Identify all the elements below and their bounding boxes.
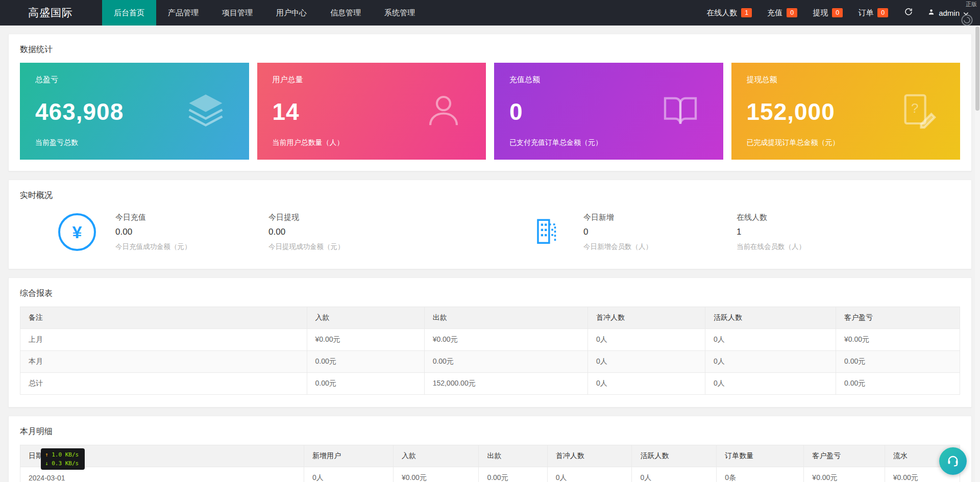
today-withdraw-item: 今日提现 0.00 今日提现成功金额（元）	[268, 213, 422, 251]
swirl-icon[interactable]	[960, 13, 974, 29]
table-cell: 本月	[20, 351, 307, 373]
watermark-text: 正版	[966, 1, 977, 8]
brand-logo: 高盛国际	[0, 0, 102, 26]
menu-item-info[interactable]: 信息管理	[318, 0, 373, 26]
report-panel: 综合报表 备注入款出款首冲人数活跃人数客户盈亏 上月¥0.00元¥0.00元0人…	[8, 277, 972, 408]
column-header: 活跃人数	[632, 445, 717, 467]
user-icon	[927, 8, 935, 17]
column-header: 首冲人数	[587, 307, 705, 329]
table-cell: 0.00元	[307, 351, 424, 373]
navbar-right: 在线人数 1 充值 0 提现 0 订单 0	[699, 0, 980, 26]
rt-value: 0.00	[115, 227, 268, 237]
stat-label: 用户总量	[273, 75, 471, 85]
month-detail-table: 日期新增用户入款出款首冲人数活跃人数订单数量客户盈亏流水 2024-03-010…	[20, 445, 960, 482]
table-row: 本月0.00元0.00元0人0人0.00元	[20, 351, 960, 373]
table-cell: 0.00元	[479, 467, 547, 482]
building-icon	[528, 213, 564, 251]
menu-item-home[interactable]: 后台首页	[102, 0, 156, 26]
support-button[interactable]	[939, 447, 967, 475]
withdraw-item[interactable]: 提现 0	[805, 0, 850, 26]
report-table: 备注入款出款首冲人数活跃人数客户盈亏 上月¥0.00元¥0.00元0人0人¥0.…	[20, 307, 960, 395]
table-cell: 0.00元	[307, 373, 424, 395]
rt-value: 0.00	[268, 227, 422, 237]
rt-label: 在线人数	[737, 213, 890, 222]
stat-label: 充值总额	[509, 75, 708, 85]
stats-panel: 数据统计 总盈亏 463,908 当前盈亏总数 用户总量 14 当前用户总数量（…	[8, 34, 972, 171]
table-cell: ¥0.00元	[393, 467, 479, 482]
rt-desc: 今日提现成功金额（元）	[268, 242, 422, 251]
refresh-button[interactable]	[896, 0, 921, 26]
table-cell: 0人	[705, 329, 836, 351]
stats-panel-title: 数据统计	[9, 34, 971, 63]
menu-item-products[interactable]: 产品管理	[156, 0, 210, 26]
network-speed-overlay: ↑ ↑ 1.0 KB/s1.0 KB/s ↓ ↓ 0.3 KB/s0.3 KB/…	[41, 448, 85, 470]
realtime-group-money: ¥ 今日充值 0.00 今日充值成功金额（元） 今日提现 0.00 今日提现成功…	[20, 213, 490, 251]
table-cell: ¥0.00元	[307, 329, 424, 351]
column-header: 出款	[479, 445, 547, 467]
column-header: 入款	[307, 307, 424, 329]
table-cell: 0人	[587, 373, 705, 395]
orders-item[interactable]: 订单 0	[850, 0, 896, 26]
stat-desc: 已支付充值订单总金额（元）	[509, 138, 708, 147]
username: admin	[939, 9, 960, 17]
orders-label: 订单	[858, 8, 873, 18]
rt-value: 0	[583, 227, 737, 237]
table-cell: 0.00元	[836, 373, 960, 395]
realtime-row: ¥ 今日充值 0.00 今日充值成功金额（元） 今日提现 0.00 今日提现成功…	[9, 209, 971, 269]
realtime-panel-title: 实时概况	[9, 180, 971, 209]
table-cell: 0人	[304, 467, 393, 482]
table-cell: 152,000.00元	[424, 373, 587, 395]
table-cell: 总计	[20, 373, 307, 395]
table-cell: 0人	[587, 329, 705, 351]
net-up: ↑ ↑ 1.0 KB/s1.0 KB/s	[45, 450, 81, 459]
online-count-label: 在线人数	[706, 8, 737, 18]
column-header: 客户盈亏	[836, 307, 960, 329]
withdraw-label: 提现	[813, 8, 828, 18]
column-header: 备注	[20, 307, 307, 329]
header-row: 日期新增用户入款出款首冲人数活跃人数订单数量客户盈亏流水	[20, 445, 960, 467]
header-row: 备注入款出款首冲人数活跃人数客户盈亏	[20, 307, 960, 329]
table-cell: 0人	[587, 351, 705, 373]
today-recharge-item: 今日充值 0.00 今日充值成功金额（元）	[115, 213, 268, 251]
column-header: 首冲人数	[547, 445, 632, 467]
table-row: 总计0.00元152,000.00元0人0人0.00元	[20, 373, 960, 395]
rt-label: 今日充值	[115, 213, 268, 222]
today-new-members-item: 今日新增 0 今日新增会员数（人）	[583, 213, 737, 251]
rt-desc: 今日充值成功金额（元）	[115, 242, 268, 251]
menu-item-users[interactable]: 用户中心	[264, 0, 318, 26]
table-cell: ¥0.00元	[804, 467, 885, 482]
menu-item-system[interactable]: 系统管理	[373, 0, 427, 26]
table-cell: 0人	[705, 351, 836, 373]
rt-label: 今日新增	[583, 213, 737, 222]
menu-item-projects[interactable]: 项目管理	[210, 0, 264, 26]
stat-card-row: 总盈亏 463,908 当前盈亏总数 用户总量 14 当前用户总数量（人）	[9, 63, 971, 171]
table-cell: ¥0.00元	[424, 329, 587, 351]
main-menu: 后台首页 产品管理 项目管理 用户中心 信息管理 系统管理	[102, 0, 427, 26]
net-down: ↓ ↓ 0.3 KB/s0.3 KB/s	[45, 459, 81, 468]
month-detail-panel: 本月明细 日期新增用户入款出款首冲人数活跃人数订单数量客户盈亏流水 2024-0…	[8, 416, 972, 482]
report-table-body: 上月¥0.00元¥0.00元0人0人¥0.00元本月0.00元0.00元0人0人…	[20, 329, 960, 395]
column-header: 入款	[393, 445, 479, 467]
report-table-head: 备注入款出款首冲人数活跃人数客户盈亏	[20, 307, 960, 329]
top-navbar: 高盛国际 后台首页 产品管理 项目管理 用户中心 信息管理 系统管理 在线人数 …	[0, 0, 980, 26]
recharge-badge: 0	[787, 8, 797, 17]
column-header: 出款	[424, 307, 587, 329]
stat-label: 总盈亏	[35, 75, 234, 85]
book-icon	[660, 90, 701, 133]
column-header: 客户盈亏	[804, 445, 885, 467]
stat-card-total-profit: 总盈亏 463,908 当前盈亏总数	[20, 63, 249, 160]
column-header: 订单数量	[717, 445, 804, 467]
scrollbar-thumb[interactable]	[975, 27, 979, 111]
stat-card-total-withdraw: 提现总额 152,000 已完成提现订单总金额（元） ?	[731, 63, 961, 160]
yen-circle-icon: ¥	[58, 213, 96, 251]
svg-text:?: ?	[911, 100, 918, 116]
recharge-item[interactable]: 充值 0	[760, 0, 805, 26]
online-count-item[interactable]: 在线人数 1	[699, 0, 760, 26]
online-count-badge: 1	[741, 8, 752, 17]
table-cell: 上月	[20, 329, 307, 351]
realtime-group-members: 今日新增 0 今日新增会员数（人） 在线人数 1 当前在线会员数（人）	[490, 213, 960, 251]
stat-desc: 当前用户总数量（人）	[273, 138, 471, 147]
vertical-scrollbar	[975, 26, 980, 482]
table-cell: 0.00元	[424, 351, 587, 373]
rt-desc: 今日新增会员数（人）	[583, 242, 737, 251]
